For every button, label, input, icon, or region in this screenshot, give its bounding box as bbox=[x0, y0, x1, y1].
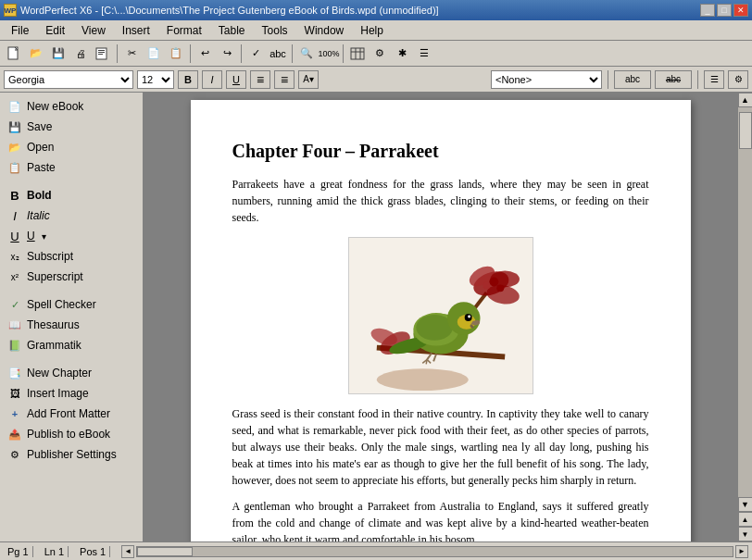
italic-button[interactable]: I bbox=[202, 70, 222, 89]
maximize-button[interactable]: □ bbox=[717, 4, 732, 17]
color-button[interactable]: A▾ bbox=[298, 70, 319, 89]
chapter-title: Chapter Four – Parrakeet bbox=[232, 137, 649, 165]
panel-italic-label: Italic bbox=[27, 209, 50, 222]
insert-image-icon: 🖼 bbox=[7, 386, 22, 401]
svg-point-24 bbox=[416, 315, 453, 341]
scroll-left-button[interactable]: ◄ bbox=[121, 545, 134, 558]
panel-superscript[interactable]: x² Superscript bbox=[0, 267, 143, 287]
panel-italic[interactable]: I Italic bbox=[0, 205, 143, 226]
bold-button[interactable]: B bbox=[178, 70, 198, 89]
separator bbox=[0, 178, 143, 185]
right-scrollbar[interactable]: ▲ ▼ ▲ ▼ bbox=[737, 93, 752, 541]
menu-insert[interactable]: Insert bbox=[115, 22, 157, 39]
spell-button[interactable]: ✓ bbox=[245, 44, 266, 64]
status-page: Pg 1 bbox=[4, 546, 33, 557]
panel-save[interactable]: 💾 Save bbox=[0, 117, 143, 137]
panel-paste[interactable]: 📋 Paste bbox=[0, 157, 143, 178]
indent-button[interactable]: ≡ bbox=[250, 70, 270, 89]
menu-edit[interactable]: Edit bbox=[38, 22, 72, 39]
style-select[interactable]: <None> Heading 1 Heading 2 bbox=[491, 70, 602, 89]
zoom-out-button[interactable]: 100% bbox=[319, 44, 339, 64]
svg-point-17 bbox=[496, 284, 504, 292]
title-bar-left: WP WordPerfect X6 - [C:\...\Documents\Th… bbox=[4, 4, 439, 17]
font-size-select[interactable]: 12 10 14 16 bbox=[137, 70, 174, 89]
separator-2 bbox=[190, 44, 191, 63]
spellcheck-btn[interactable]: abc bbox=[614, 70, 651, 89]
panel-spell-checker[interactable]: ✓ Spell Checker bbox=[0, 294, 143, 315]
menu-view[interactable]: View bbox=[74, 22, 113, 39]
menu-table[interactable]: Table bbox=[211, 22, 253, 39]
format-options[interactable]: ☰ bbox=[704, 70, 724, 89]
open-button[interactable]: 📂 bbox=[26, 44, 46, 64]
print-button[interactable]: 🖨 bbox=[70, 44, 91, 64]
extra-button[interactable]: ✱ bbox=[392, 44, 412, 64]
panel-add-front-matter-label: Add Front Matter bbox=[27, 407, 110, 420]
new-button[interactable] bbox=[4, 44, 24, 64]
zoom-button[interactable]: 🔍 bbox=[296, 44, 317, 64]
menu-format[interactable]: Format bbox=[159, 22, 209, 39]
print-preview-button[interactable] bbox=[93, 44, 113, 64]
macro-button[interactable]: ⚙ bbox=[370, 44, 390, 64]
menu-tools[interactable]: Tools bbox=[255, 22, 295, 39]
scroll-right-button[interactable]: ► bbox=[735, 545, 748, 558]
grammar-button[interactable]: abc bbox=[268, 44, 288, 64]
panel-publisher-settings[interactable]: ⚙ Publisher Settings bbox=[0, 444, 143, 465]
cut-button[interactable]: ✂ bbox=[121, 44, 142, 64]
scroll-track[interactable] bbox=[738, 107, 753, 497]
title-bar-controls[interactable]: _ □ ✕ bbox=[700, 4, 748, 17]
close-button[interactable]: ✕ bbox=[733, 4, 748, 17]
panel-insert-image[interactable]: 🖼 Insert Image bbox=[0, 383, 143, 404]
panel-publisher-settings-label: Publisher Settings bbox=[27, 448, 117, 461]
scroll-right-row2[interactable]: ▼ bbox=[738, 527, 753, 541]
document-page: Chapter Four – Parrakeet Parrakeets have… bbox=[191, 100, 691, 541]
h-scroll-thumb[interactable] bbox=[137, 547, 193, 556]
table-button[interactable] bbox=[347, 44, 368, 64]
save-button[interactable]: 💾 bbox=[48, 44, 69, 64]
paragraph-1: Parrakeets have a great fondness for the… bbox=[232, 176, 649, 226]
svg-rect-3 bbox=[98, 52, 105, 53]
panel-open[interactable]: 📂 Open bbox=[0, 137, 143, 157]
panel-publish-to-ebook[interactable]: 📤 Publish to eBook bbox=[0, 424, 143, 444]
underline-button[interactable]: U bbox=[226, 70, 246, 89]
h-scroll-track[interactable] bbox=[136, 546, 733, 557]
font-select[interactable]: Georgia Arial Times New Roman bbox=[4, 70, 133, 89]
panel-grammatik[interactable]: 📗 Grammatik bbox=[0, 335, 143, 355]
redo-button[interactable]: ↪ bbox=[217, 44, 237, 64]
menu-file[interactable]: File bbox=[4, 22, 36, 39]
panel-grammatik-label: Grammatik bbox=[27, 339, 81, 352]
svg-line-33 bbox=[427, 359, 431, 363]
panel-new-ebook-label: New eBook bbox=[27, 100, 83, 113]
panel-add-front-matter[interactable]: + Add Front Matter bbox=[0, 404, 143, 424]
svg-rect-5 bbox=[351, 48, 364, 59]
scroll-down-button[interactable]: ▼ bbox=[738, 497, 753, 512]
minimize-button[interactable]: _ bbox=[700, 4, 715, 17]
menu-window[interactable]: Window bbox=[297, 22, 352, 39]
open-icon: 📂 bbox=[7, 140, 22, 155]
scroll-up-button[interactable]: ▲ bbox=[738, 93, 753, 107]
abc-btn[interactable]: abc bbox=[655, 70, 692, 89]
panel-new-chapter[interactable]: 📑 New Chapter bbox=[0, 363, 143, 383]
panel-new-ebook[interactable]: 📄 New eBook bbox=[0, 96, 143, 117]
panel-subscript[interactable]: x₂ Subscript bbox=[0, 246, 143, 267]
menu-help[interactable]: Help bbox=[353, 22, 391, 39]
panel-bold[interactable]: B Bold bbox=[0, 185, 143, 205]
svg-point-9 bbox=[376, 368, 468, 391]
panel-underline[interactable]: U U ▾ bbox=[0, 226, 143, 246]
document-area[interactable]: Chapter Four – Parrakeet Parrakeets have… bbox=[144, 93, 737, 541]
scroll-right-row1[interactable]: ▲ bbox=[738, 512, 753, 527]
outdent-button[interactable]: ≡ bbox=[274, 70, 295, 89]
subscript-icon: x₂ bbox=[7, 249, 22, 264]
copy-button[interactable]: 📄 bbox=[144, 44, 164, 64]
scroll-thumb[interactable] bbox=[739, 112, 752, 149]
italic-icon: I bbox=[7, 208, 22, 223]
options-button[interactable]: ☰ bbox=[414, 44, 434, 64]
panel-thesaurus[interactable]: 📖 Thesaurus bbox=[0, 315, 143, 335]
bottom-scroll-area: ◄ ► bbox=[121, 545, 748, 558]
superscript-icon: x² bbox=[7, 269, 22, 284]
format-settings[interactable]: ⚙ bbox=[728, 70, 748, 89]
panel-paste-label: Paste bbox=[27, 161, 56, 174]
undo-button[interactable]: ↩ bbox=[194, 44, 215, 64]
publish-icon: 📤 bbox=[7, 427, 22, 442]
new-ebook-icon: 📄 bbox=[7, 99, 22, 114]
paste-button[interactable]: 📋 bbox=[166, 44, 186, 64]
